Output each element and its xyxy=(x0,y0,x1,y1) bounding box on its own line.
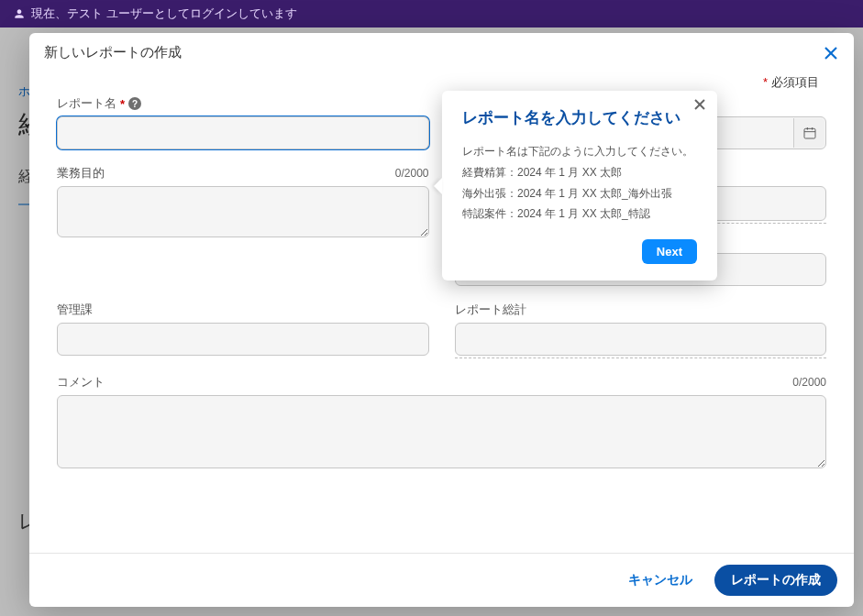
admin-input[interactable] xyxy=(57,323,429,356)
cancel-button[interactable]: キャンセル xyxy=(619,565,702,596)
login-banner: 現在、テスト ユーザーとしてログインしています xyxy=(0,0,863,28)
total-input[interactable] xyxy=(455,323,827,356)
modal-footer: キャンセル レポートの作成 xyxy=(29,553,854,607)
popover-line: 海外出張：2024 年 1 月 XX 太郎_海外出張 xyxy=(462,183,697,204)
popover-arrow-icon xyxy=(434,178,442,194)
popover-close-icon[interactable] xyxy=(693,98,706,111)
close-icon[interactable] xyxy=(823,45,839,61)
dashed-divider xyxy=(455,358,827,358)
comment-label: コメント xyxy=(57,374,105,390)
purpose-counter: 0/2000 xyxy=(395,167,429,180)
report-name-label: レポート名 * ? xyxy=(57,95,141,112)
modal-body: *必須項目 レポート名 * ? xyxy=(29,72,854,553)
total-label: レポート総計 xyxy=(455,302,526,318)
svg-rect-2 xyxy=(804,128,815,138)
popover-body: レポート名は下記のように入力してください。 経費精算：2024 年 1 月 XX… xyxy=(462,141,697,225)
create-report-button[interactable]: レポートの作成 xyxy=(714,565,837,596)
popover-line: 特認案件：2024 年 1 月 XX 太郎_特認 xyxy=(462,204,697,225)
popover-title: レポート名を入力してください xyxy=(462,107,697,128)
popover-line: レポート名は下記のように入力してください。 xyxy=(462,141,697,162)
calendar-button[interactable] xyxy=(793,118,824,148)
purpose-textarea[interactable] xyxy=(57,186,429,237)
required-star-icon: * xyxy=(763,75,768,89)
next-button[interactable]: Next xyxy=(642,239,697,264)
calendar-icon xyxy=(802,126,817,140)
required-note: *必須項目 xyxy=(763,74,819,91)
modal-title: 新しいレポートの作成 xyxy=(44,44,182,61)
create-report-modal: 新しいレポートの作成 *必須項目 レポート名 * ? xyxy=(29,33,854,607)
report-name-input[interactable] xyxy=(57,116,429,149)
comment-textarea[interactable] xyxy=(57,395,826,468)
popover-line: 経費精算：2024 年 1 月 XX 太郎 xyxy=(462,162,697,183)
modal-header: 新しいレポートの作成 xyxy=(29,33,854,72)
help-icon[interactable]: ? xyxy=(128,97,141,110)
admin-label: 管理課 xyxy=(57,302,93,318)
comment-counter: 0/2000 xyxy=(792,376,826,389)
purpose-label: 業務目的 xyxy=(57,165,105,182)
login-banner-text: 現在、テスト ユーザーとしてログインしています xyxy=(31,6,297,22)
report-name-popover: レポート名を入力してください レポート名は下記のように入力してください。 経費精… xyxy=(442,91,717,280)
person-icon xyxy=(13,7,26,20)
required-star-icon: * xyxy=(120,97,125,111)
